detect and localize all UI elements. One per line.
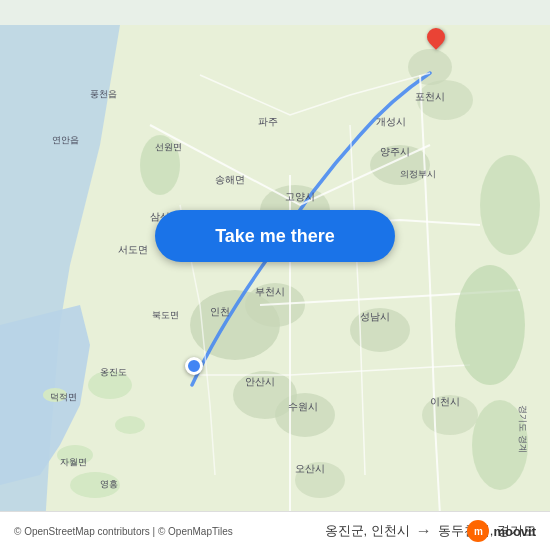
svg-text:성남시: 성남시 [360, 311, 390, 322]
origin-label: 옹진군, 인천시 [325, 522, 410, 540]
svg-point-17 [455, 265, 525, 385]
moovit-icon: m [467, 520, 489, 542]
svg-text:이천시: 이천시 [430, 396, 460, 407]
svg-point-3 [115, 416, 145, 434]
moovit-brand-name: moovit [493, 524, 536, 539]
svg-text:안산시: 안산시 [245, 376, 275, 387]
svg-text:경기도 경계: 경기도 경계 [518, 405, 528, 453]
map-background: 송해면 삼산면 서도면 선원면 연안읍 풍천읍 북도면 옹진도 자월면 영흥 덕… [0, 0, 550, 550]
bottom-bar: © OpenStreetMap contributors | © OpenMap… [0, 511, 550, 550]
svg-text:고양시: 고양시 [285, 191, 315, 202]
svg-text:오산시: 오산시 [295, 463, 325, 474]
route-arrow: → [416, 522, 432, 540]
take-me-there-button[interactable]: Take me there [155, 210, 395, 262]
svg-text:양주시: 양주시 [380, 146, 410, 157]
svg-text:개성시: 개성시 [376, 116, 406, 127]
svg-point-8 [190, 290, 280, 360]
origin-marker [185, 357, 203, 375]
svg-text:자월면: 자월면 [60, 457, 87, 467]
map-attribution: © OpenStreetMap contributors | © OpenMap… [14, 526, 233, 537]
svg-text:파주: 파주 [258, 116, 278, 127]
svg-text:선원면: 선원면 [155, 142, 182, 152]
destination-marker [427, 28, 445, 46]
svg-text:북도면: 북도면 [152, 310, 179, 320]
svg-text:부천시: 부천시 [255, 286, 285, 297]
svg-point-14 [408, 49, 452, 85]
moovit-logo: m moovit [467, 520, 536, 542]
svg-text:송해면: 송해면 [215, 174, 245, 185]
svg-text:수원시: 수원시 [288, 401, 318, 412]
svg-text:풍천읍: 풍천읍 [90, 89, 117, 99]
svg-text:의정부시: 의정부시 [400, 169, 436, 179]
map-container: 송해면 삼산면 서도면 선원면 연안읍 풍천읍 북도면 옹진도 자월면 영흥 덕… [0, 0, 550, 550]
svg-text:덕적면: 덕적면 [50, 392, 77, 402]
svg-text:연안읍: 연안읍 [52, 135, 79, 145]
svg-point-18 [480, 155, 540, 255]
svg-point-10 [275, 393, 335, 437]
svg-text:포천시: 포천시 [415, 91, 445, 102]
svg-text:옹진도: 옹진도 [100, 367, 127, 377]
svg-text:서도면: 서도면 [118, 244, 148, 255]
svg-text:인천: 인천 [210, 306, 230, 317]
svg-text:영흥: 영흥 [100, 479, 118, 489]
